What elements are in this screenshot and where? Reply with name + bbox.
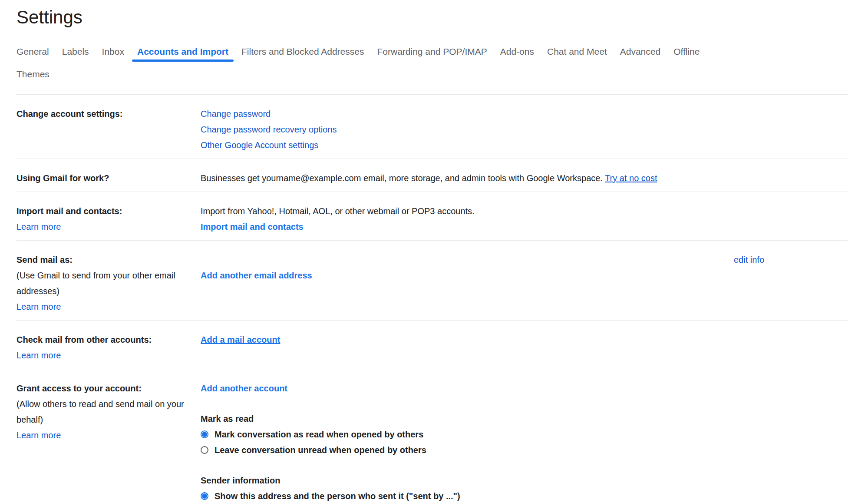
add-a-mail-account-link[interactable]: Add a mail account — [201, 332, 734, 347]
tab-advanced[interactable]: Advanced — [614, 40, 667, 63]
tab-forwarding-and-pop-imap[interactable]: Forwarding and POP/IMAP — [371, 40, 493, 63]
section-right-column — [734, 170, 848, 186]
change-password-recovery-options-link[interactable]: Change password recovery options — [201, 122, 734, 137]
section-right-column — [734, 332, 848, 363]
section-right-column: edit info — [734, 252, 848, 314]
tab-general[interactable]: General — [10, 40, 55, 63]
radio-mark-conversation-as-read-when-opened-by-others-selected[interactable] — [201, 430, 208, 438]
radio-label: Leave conversation unread when opened by… — [215, 442, 426, 458]
radio-option-row: Show this address and the person who sen… — [201, 488, 734, 503]
tab-chat-and-meet[interactable]: Chat and Meet — [541, 40, 613, 63]
page-title: Settings — [17, 0, 848, 29]
section-body-column: Businesses get yourname@example.com emai… — [201, 170, 734, 186]
section-label-text: (Use Gmail to send from your other email… — [17, 268, 195, 299]
section-label-text: Grant access to your account: — [17, 381, 195, 396]
add-another-email-address-link[interactable]: Add another email address — [201, 268, 734, 283]
section-label-text: Change account settings: — [17, 106, 195, 122]
section-label-text: (Allow others to read and send mail on y… — [17, 396, 195, 427]
radio-option-row: Mark conversation as read when opened by… — [201, 427, 734, 442]
sender-information-heading: Sender information — [201, 473, 734, 488]
tab-add-ons[interactable]: Add-ons — [494, 40, 540, 63]
section-body-column: Add a mail account — [201, 332, 734, 363]
other-google-account-settings-link[interactable]: Other Google Account settings — [201, 137, 734, 153]
section-send-mail-as: Send mail as:(Use Gmail to send from you… — [17, 240, 848, 320]
tab-themes[interactable]: Themes — [10, 63, 56, 86]
settings-sections: Change account settings:Change passwordC… — [17, 94, 848, 503]
radio-show-this-address-and-the-person-who-sent-it-sent-by-selected[interactable] — [201, 492, 208, 500]
section-right-column — [734, 106, 848, 153]
change-password-link[interactable]: Change password — [201, 106, 734, 122]
body-text: Businesses get yourname@example.com emai… — [201, 173, 605, 183]
section-right-column — [734, 203, 848, 235]
section-body-column: Change passwordChange password recovery … — [201, 106, 734, 153]
section-label-text: Import mail and contacts: — [17, 203, 195, 219]
radio-option-row: Leave conversation unread when opened by… — [201, 442, 734, 458]
tab-accounts-and-import[interactable]: Accounts and Import — [131, 40, 234, 63]
mark-as-read-heading: Mark as read — [201, 411, 734, 427]
tab-inbox[interactable]: Inbox — [96, 40, 130, 63]
tab-row: GeneralLabelsInboxAccounts and ImportFil… — [17, 40, 848, 63]
section-label-column: Import mail and contacts:Learn more — [17, 203, 201, 235]
tab-filters-and-blocked-addresses[interactable]: Filters and Blocked Addresses — [235, 40, 370, 63]
section-grant-access-to-your-account: Grant access to your account:(Allow othe… — [17, 369, 848, 503]
section-label-text: Check mail from other accounts: — [17, 332, 195, 347]
learn-more-link[interactable]: Learn more — [17, 299, 195, 314]
section-body-column: Add another accountMark as readMark conv… — [201, 381, 734, 503]
section-body-column: Add another email address — [201, 252, 734, 314]
settings-page: Settings GeneralLabelsInboxAccounts and … — [0, 0, 868, 503]
radio-label: Mark conversation as read when opened by… — [215, 427, 423, 442]
section-label-column: Change account settings: — [17, 106, 201, 153]
body-line: Businesses get yourname@example.com emai… — [201, 170, 734, 186]
try-at-no-cost-link[interactable]: Try at no cost — [605, 173, 657, 183]
radio-label: Show this address and the person who sen… — [215, 488, 460, 503]
body-text: Import from Yahoo!, Hotmail, AOL, or oth… — [201, 203, 734, 219]
section-body-column: Import from Yahoo!, Hotmail, AOL, or oth… — [201, 203, 734, 235]
section-label-column: Send mail as:(Use Gmail to send from you… — [17, 252, 201, 314]
learn-more-link[interactable]: Learn more — [17, 427, 195, 443]
section-using-gmail-for-work: Using Gmail for work?Businesses get your… — [17, 159, 848, 192]
section-label-column: Check mail from other accounts:Learn mor… — [17, 332, 201, 363]
section-label-text: Send mail as: — [17, 252, 195, 268]
section-label-column: Grant access to your account:(Allow othe… — [17, 381, 201, 503]
edit-info-link[interactable]: edit info — [734, 252, 848, 268]
section-check-mail-from-other-accounts: Check mail from other accounts:Learn mor… — [17, 320, 848, 369]
tab-bar: GeneralLabelsInboxAccounts and ImportFil… — [17, 40, 848, 94]
import-mail-and-contacts-link[interactable]: Import mail and contacts — [201, 219, 734, 235]
add-another-account-link[interactable]: Add another account — [201, 381, 734, 396]
section-label-text: Using Gmail for work? — [17, 170, 195, 186]
section-right-column — [734, 381, 848, 503]
tab-row: Themes — [17, 63, 848, 86]
radio-leave-conversation-unread-when-opened-by-others[interactable] — [201, 446, 208, 454]
tab-labels[interactable]: Labels — [56, 40, 95, 63]
section-change-account-settings: Change account settings:Change passwordC… — [17, 94, 848, 159]
section-import-mail-and-contacts: Import mail and contacts:Learn moreImpor… — [17, 192, 848, 240]
section-label-column: Using Gmail for work? — [17, 170, 201, 186]
learn-more-link[interactable]: Learn more — [17, 347, 195, 363]
tab-offline[interactable]: Offline — [667, 40, 706, 63]
learn-more-link[interactable]: Learn more — [17, 219, 195, 235]
